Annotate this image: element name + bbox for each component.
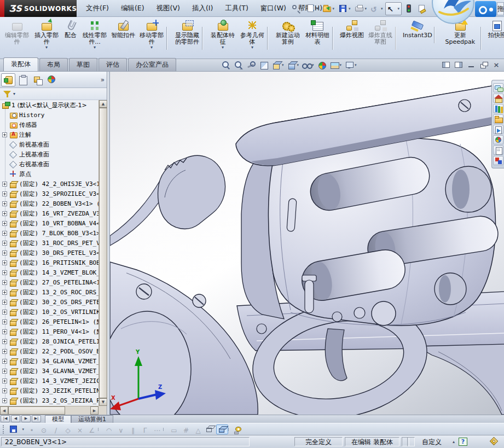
menu-item[interactable]: 工具(T)	[219, 4, 254, 13]
expander-icon[interactable]	[2, 349, 7, 354]
tree-item[interactable]: (固定) 28_OJNICA_PETELI	[0, 336, 99, 346]
propertymanager-tab[interactable]	[16, 73, 30, 86]
sketch-line-tool[interactable]: /	[50, 424, 62, 434]
tree-horizontal-scrollbar[interactable]: ◀ ▶	[0, 406, 99, 415]
open-button[interactable]	[321, 2, 337, 15]
tab-layout[interactable]: 布局	[39, 58, 68, 71]
tab-nav-button[interactable]: ◀	[11, 415, 20, 422]
expander-icon[interactable]	[2, 231, 7, 236]
expander-icon[interactable]	[2, 132, 7, 137]
sketch-fillet-tool[interactable]: ◠	[103, 424, 115, 434]
tree-item[interactable]: (固定) 11_PERO_V4<1> (默	[0, 327, 99, 336]
sketch-parallel-tool[interactable]: ∥	[127, 424, 139, 434]
grid-tool[interactable]: #	[180, 424, 192, 434]
sketch-points-tool[interactable]: ⋯	[151, 424, 163, 434]
tree-vertical-scrollbar[interactable]: ▲ ▼	[99, 100, 107, 406]
tree-item[interactable]: 注解	[0, 130, 99, 139]
tag-icon[interactable]	[490, 437, 499, 446]
toolbar-set-label[interactable]: 自定义	[413, 437, 451, 446]
print-button[interactable]	[353, 2, 369, 15]
expand-status-icon[interactable]: ▴	[450, 437, 457, 446]
displaymanager-tab[interactable]	[45, 73, 60, 86]
expander-icon[interactable]	[2, 359, 7, 364]
sketch-circle-tool[interactable]: ⊙	[38, 424, 50, 434]
tree-item[interactable]: 前视基准面	[0, 139, 99, 149]
tree-item[interactable]: (固定) 10_2_OS_VRTILNIK	[0, 307, 99, 317]
minimize-button[interactable]	[466, 60, 476, 69]
expander-icon[interactable]	[2, 398, 7, 403]
restore-button[interactable]	[479, 60, 489, 69]
rebuild-button[interactable]	[402, 2, 415, 15]
tab-assembly[interactable]: 装配体	[3, 57, 38, 71]
display-hlr-button[interactable]	[204, 424, 216, 434]
select-button[interactable]: ↖	[385, 2, 402, 15]
menu-item[interactable]: 编辑(E)	[115, 4, 150, 13]
close-button[interactable]: ×	[491, 60, 501, 69]
tree-item[interactable]: (固定) 32_SPROZILEC_V3<	[0, 189, 99, 199]
addins-icon[interactable]	[493, 156, 503, 165]
move-component-button[interactable]: 移动零部件	[137, 18, 166, 50]
sketch-polygon-tool[interactable]: ◇	[62, 424, 74, 434]
expander-icon[interactable]	[2, 182, 7, 187]
filter-dropdown-icon[interactable]: ▾	[13, 91, 15, 96]
tree-item[interactable]: (固定) 13_2_OS_ROC_DRS_	[0, 287, 99, 297]
appearances-icon[interactable]	[493, 135, 503, 144]
expander-icon[interactable]	[2, 191, 7, 196]
sketch-mirror-tool[interactable]: ∨	[115, 424, 127, 434]
expander-icon[interactable]	[2, 300, 7, 305]
tree-item[interactable]: (固定) 30_2_OS_DRS_PETE	[0, 297, 99, 307]
menu-item[interactable]: 视图(V)	[150, 4, 186, 13]
hide-show-items-button[interactable]	[300, 60, 315, 71]
menu-item[interactable]: 文件(F)	[80, 4, 115, 13]
mate-button[interactable]: 配合	[61, 18, 80, 43]
tree-item[interactable]: 右视基准面	[0, 159, 99, 169]
instant3d-button[interactable]: Instant3D	[401, 18, 434, 43]
tree-item[interactable]: (固定) 14_3_VZMET_BLOK_	[0, 267, 99, 277]
scroll-up-icon[interactable]: ▲	[99, 100, 107, 108]
tree-item[interactable]: (固定) 10_VRT_BOBNA_V4<	[0, 218, 99, 228]
linear-pattern-button[interactable]: 线性零部件...	[80, 18, 109, 50]
magnify-button[interactable]	[245, 60, 257, 71]
tree-item[interactable]: (固定) 22_2_PODL_OSOV_B	[0, 346, 99, 356]
menu-item[interactable]: 窗口(W)	[254, 4, 292, 13]
tab-sketch[interactable]: 草图	[69, 58, 97, 71]
expander-icon[interactable]	[2, 310, 7, 315]
sketch-angle-tool[interactable]: ∠	[86, 424, 98, 434]
tab-nav-button[interactable]: ▶|	[32, 415, 41, 422]
edit-appearance-button[interactable]	[316, 60, 328, 71]
angle-snap-tool[interactable]: △	[192, 424, 204, 434]
tree-item[interactable]: (固定) 27_OS_PETELINA<1	[0, 277, 99, 287]
pane-toggle-left-button[interactable]	[441, 60, 451, 69]
slot-tool[interactable]: ▭	[168, 424, 180, 434]
tree-filter-row[interactable]: ▾	[0, 88, 107, 100]
display-style-button[interactable]	[286, 60, 300, 71]
overlay-app-icon[interactable]	[475, 1, 496, 17]
expander-icon[interactable]	[2, 339, 7, 344]
tree-item[interactable]: (固定) 23_2_OS_JEZIKA_P	[0, 395, 99, 405]
tree-item[interactable]: 上视基准面	[0, 149, 99, 159]
sketch-point-tool[interactable]: •	[26, 424, 38, 434]
horizontal-scroll-thumb[interactable]	[8, 406, 65, 415]
insert-component-button[interactable]: 插入零部件	[32, 18, 61, 50]
tree-item[interactable]: (固定) 31_ROC_DRS_PET_V	[0, 238, 99, 248]
resources-icon[interactable]	[493, 94, 503, 103]
undo-button[interactable]: ↺	[369, 2, 385, 15]
featuremanager-tab[interactable]	[1, 73, 15, 86]
motion-study-button[interactable]: 新建运动算例	[273, 18, 303, 50]
new-file-button[interactable]	[304, 2, 320, 15]
expander-icon[interactable]	[2, 221, 7, 226]
zoom-fit-button[interactable]	[220, 60, 232, 71]
vertical-scroll-thumb[interactable]	[99, 108, 107, 398]
edit-component-button[interactable]: 编辑零部件	[2, 18, 32, 50]
menu-item[interactable]: 插入(I)	[186, 4, 219, 13]
scroll-down-icon[interactable]: ▼	[99, 398, 107, 406]
expander-icon[interactable]	[2, 290, 7, 295]
custom-properties-icon[interactable]	[493, 146, 503, 155]
tree-item[interactable]: 原点	[0, 169, 99, 179]
expander-icon[interactable]	[2, 388, 7, 393]
scroll-left-icon[interactable]: ◀	[0, 406, 8, 415]
expander-icon[interactable]	[2, 211, 7, 216]
expander-icon[interactable]	[2, 369, 7, 374]
expander-icon[interactable]	[2, 329, 7, 334]
forum-icon[interactable]	[493, 83, 503, 92]
